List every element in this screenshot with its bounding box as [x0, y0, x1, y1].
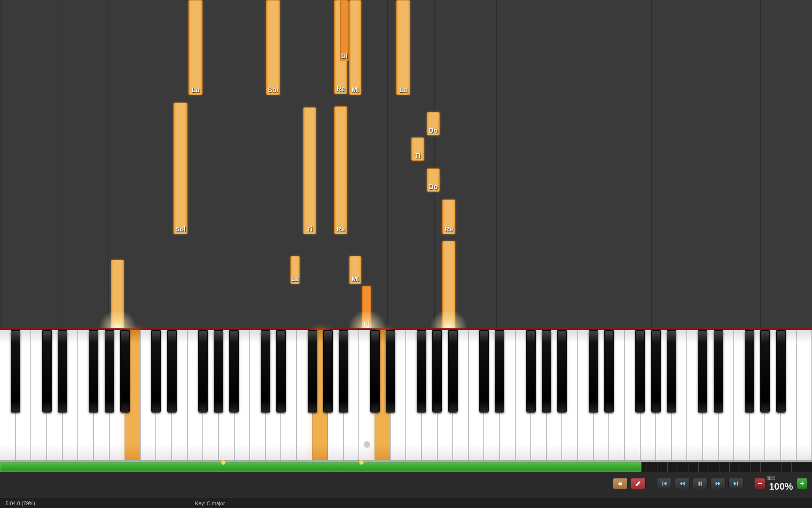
speed-decrease-button[interactable]: −	[755, 478, 765, 489]
note-label: Do	[429, 127, 438, 134]
black-key[interactable]	[386, 330, 395, 413]
falling-note: Do	[427, 112, 440, 135]
grid-line	[326, 0, 326, 328]
black-key[interactable]	[432, 330, 442, 413]
black-key[interactable]	[229, 330, 239, 413]
note-label: Sol	[268, 86, 278, 94]
falling-note: Do	[427, 168, 440, 192]
grid-line	[434, 0, 435, 328]
progress-tick	[709, 462, 719, 472]
falling-note: Mi	[349, 0, 361, 95]
black-key[interactable]	[542, 330, 551, 413]
black-key[interactable]	[339, 330, 348, 413]
black-key[interactable]	[120, 330, 130, 413]
note-label: Ti	[307, 225, 312, 233]
black-key[interactable]	[651, 330, 661, 413]
progress-tick	[740, 462, 750, 472]
pencil-icon	[635, 480, 641, 487]
black-key[interactable]	[526, 330, 536, 413]
falling-note: Mi	[349, 256, 361, 284]
falling-note: La	[290, 256, 300, 284]
progress-tick	[667, 462, 678, 472]
rewind-button[interactable]	[675, 478, 690, 489]
grid-line	[760, 0, 761, 328]
note-label: Re	[445, 225, 453, 233]
pencil-tool-button[interactable]	[631, 478, 646, 489]
black-key[interactable]	[495, 330, 504, 413]
grid-line	[714, 0, 714, 328]
pause-icon	[697, 480, 703, 487]
progress-bar[interactable]	[0, 462, 812, 472]
black-key[interactable]	[276, 330, 286, 413]
status-time: 5:04.0 (79%)	[6, 500, 35, 506]
black-key[interactable]	[151, 330, 161, 413]
note-label: Re	[336, 85, 345, 93]
black-key[interactable]	[589, 330, 598, 413]
black-key[interactable]	[11, 330, 20, 413]
progress-tick	[791, 462, 802, 472]
skip-back-icon	[661, 480, 668, 487]
skip-forward-icon	[733, 480, 739, 487]
progress-tick	[802, 462, 812, 472]
bottom-panel: − 速度 100% + 5:04.0 (79%) Key: C major	[0, 462, 812, 508]
black-key[interactable]	[105, 330, 114, 413]
note-label: Fi	[364, 320, 369, 328]
black-key[interactable]	[89, 330, 98, 413]
black-key[interactable]	[479, 330, 489, 413]
speed-value: 100%	[767, 481, 795, 492]
rewind-icon	[679, 480, 686, 487]
speed-control: − 速度 100% +	[755, 475, 807, 492]
piano-keyboard[interactable]	[0, 330, 812, 462]
speed-label: 速度	[767, 475, 795, 481]
hand-tool-button[interactable]	[613, 478, 628, 489]
grid-line	[651, 0, 652, 328]
middle-c-marker	[364, 441, 370, 448]
skip-forward-button[interactable]	[728, 478, 743, 489]
black-key[interactable]	[198, 330, 208, 413]
falling-note: Ti	[411, 137, 424, 161]
speed-increase-button[interactable]: +	[797, 478, 807, 489]
falling-note: Sol	[266, 0, 280, 95]
black-key[interactable]	[448, 330, 458, 413]
progress-tick	[657, 462, 667, 472]
note-label: La	[399, 86, 407, 94]
grid-line	[217, 0, 217, 328]
progress-tick	[678, 462, 688, 472]
note-label: Mi	[351, 86, 359, 94]
note-fall-area: LaSolSolLaTiReReDiMiMiFiLaTiDoDoRe	[0, 0, 812, 328]
black-key[interactable]	[714, 330, 723, 413]
controls-row: − 速度 100% +	[0, 472, 812, 495]
note-label: La	[192, 86, 199, 94]
forward-icon	[715, 480, 721, 487]
status-bar: 5:04.0 (79%) Key: C major	[0, 498, 812, 508]
note-label: Ti	[415, 152, 421, 159]
black-key[interactable]	[58, 330, 67, 413]
black-key[interactable]	[604, 330, 614, 413]
forward-button[interactable]	[710, 478, 726, 489]
grid-line	[108, 0, 109, 328]
black-key[interactable]	[370, 330, 380, 413]
black-key[interactable]	[261, 330, 270, 413]
black-key[interactable]	[760, 330, 770, 413]
black-key[interactable]	[745, 330, 754, 413]
black-key[interactable]	[417, 330, 426, 413]
black-key[interactable]	[776, 330, 786, 413]
progress-tick	[781, 462, 791, 472]
progress-tick	[647, 462, 657, 472]
black-key[interactable]	[635, 330, 645, 413]
black-key[interactable]	[214, 330, 223, 413]
black-key[interactable]	[323, 330, 333, 413]
skip-back-button[interactable]	[657, 478, 672, 489]
progress-tick	[729, 462, 740, 472]
black-key[interactable]	[167, 330, 177, 413]
progress-tick	[771, 462, 781, 472]
black-key[interactable]	[667, 330, 676, 413]
black-key[interactable]	[42, 330, 52, 413]
black-key[interactable]	[698, 330, 707, 413]
black-key[interactable]	[308, 330, 317, 413]
grid-line	[543, 0, 543, 328]
white-key[interactable]	[796, 330, 812, 462]
pause-button[interactable]	[693, 478, 708, 489]
note-label: La	[291, 275, 299, 283]
black-key[interactable]	[557, 330, 567, 413]
